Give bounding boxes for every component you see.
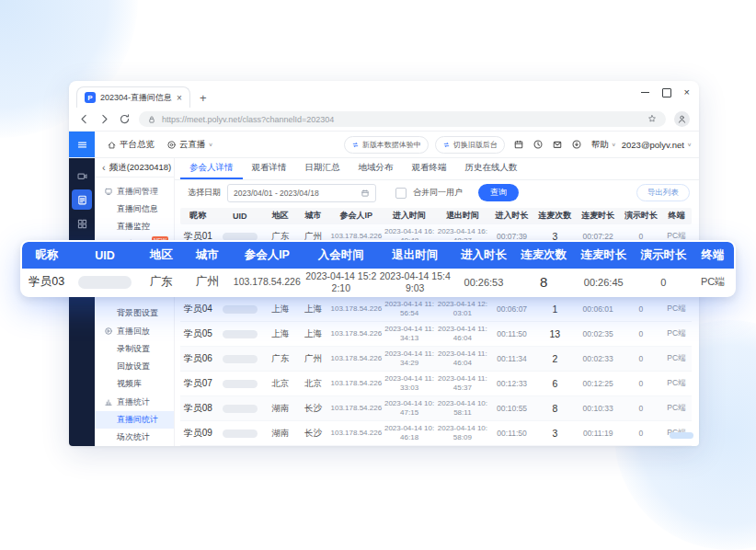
redacted-uid-pill [78, 276, 132, 289]
download-icon[interactable] [571, 139, 582, 150]
tab-参会人详情[interactable]: 参会人详情 [180, 158, 243, 179]
profile-avatar[interactable] [674, 111, 690, 127]
overlay-cell-ip: 103.178.54.226 [230, 276, 304, 288]
cell-dur: 0 [621, 329, 661, 338]
redacted-uid-pill [223, 405, 258, 413]
tab-日期汇总[interactable]: 日期汇总 [296, 158, 349, 179]
menu-button[interactable] [69, 132, 95, 157]
column-header: 进入时长 [489, 210, 535, 222]
scrollbar-thumb[interactable] [670, 432, 693, 439]
cell-uid [216, 380, 264, 388]
cloud-live-icon [166, 140, 177, 150]
cell-ip: 103.178.54.226 [329, 379, 383, 388]
channel-back-button[interactable]: ‹ 频道(20230418) [95, 158, 174, 178]
cell-dur: 00:12:25 [575, 379, 621, 388]
sidebar-section: 直播回放 [95, 322, 174, 340]
cell-time: 2023-04-14 12:03:01 [436, 300, 489, 318]
message-icon[interactable] [552, 139, 563, 150]
overlay-column-header: 演示时长 [636, 247, 692, 263]
cell-nick: 学员06 [180, 352, 216, 365]
cell-uid [216, 430, 264, 438]
cell-loc: 广东 [264, 353, 297, 365]
tab-地域分布[interactable]: 地域分布 [349, 158, 403, 179]
cell-cnt: 2 [534, 353, 575, 364]
overlay-cell-time: 2023-04-14 15:22:10 [304, 270, 378, 293]
cell-cnt: 6 [534, 378, 575, 389]
minimize-button[interactable] [641, 92, 649, 93]
sidebar-item[interactable]: 背景图设置 [95, 304, 174, 322]
forward-icon[interactable] [98, 113, 110, 125]
sidebar-item[interactable]: 回放设置 [95, 358, 174, 375]
overlay-cell-cnt: 8 [515, 274, 571, 290]
query-button[interactable]: 查询 [478, 184, 519, 201]
column-header: 昵称 [180, 210, 216, 222]
home-icon [107, 140, 117, 150]
sidebar-item[interactable]: 直播间信息 [95, 201, 174, 218]
cell-dur: 00:11:50 [489, 329, 535, 338]
detail-tabs: 参会人详情观看详情日期汇总地域分布观看终端历史在线人数 [175, 158, 699, 180]
overlay-cell-loc: 广东 [138, 274, 184, 290]
overlay-column-header: 退出时间 [378, 247, 452, 263]
cell-dur: 00:12:33 [489, 379, 535, 388]
back-icon[interactable] [78, 113, 90, 125]
help-menu[interactable]: 帮助∨ [591, 139, 616, 151]
overlay-cell-dur: 0 [636, 277, 692, 288]
column-header: 终端 [661, 210, 692, 222]
table-row: 学员08湖南长沙103.178.54.2262023-04-14 10:47:1… [180, 396, 692, 421]
document-list-icon[interactable] [72, 189, 92, 210]
browser-tab[interactable]: P 202304-直播间信息 × [76, 86, 190, 108]
icon-rail [69, 158, 95, 446]
cell-ip: 103.178.54.226 [329, 354, 383, 363]
cell-time: 2023-04-14 11:45:37 [436, 374, 489, 393]
video-camera-icon[interactable] [72, 166, 92, 186]
cell-dur: 0 [621, 354, 661, 363]
cell-term: PC端 [661, 378, 692, 389]
column-header: 连麦次数 [534, 210, 575, 222]
date-range-input[interactable]: 2023/04/01 - 2023/04/18 [227, 184, 376, 202]
tab-历史在线人数[interactable]: 历史在线人数 [456, 158, 527, 179]
sidebar-item[interactable]: 直播间统计 [95, 411, 174, 429]
reload-icon[interactable] [119, 113, 131, 125]
new-version-pill[interactable]: 新版本数据体验中 [344, 136, 429, 154]
cell-time: 2023-04-14 10:58:11 [436, 399, 489, 418]
table-row: 学员06广东广州103.178.54.2262023-04-14 11:34:2… [180, 347, 692, 372]
cell-dur: 00:11:50 [489, 429, 535, 438]
nav-cloud-live[interactable]: 云直播∨ [166, 139, 213, 151]
cell-loc: 湖南 [264, 428, 297, 440]
table-row: 学员09湖南长沙103.178.54.2262023-04-14 10:46:1… [180, 421, 692, 446]
overlay-cell-nick: 学员03 [22, 274, 72, 290]
bookmark-star-icon[interactable] [647, 114, 658, 124]
column-header: 进入时间 [383, 210, 436, 222]
overlay-header-row: 昵称UID地区城市参会人IP入会时间退出时间进入时长连麦次数连麦时长演示时长终端 [22, 242, 734, 269]
column-header: 城市 [297, 210, 330, 222]
cell-dur: 00:02:33 [575, 354, 621, 363]
nav-platform-overview[interactable]: 平台总览 [107, 139, 155, 151]
tab-观看终端[interactable]: 观看终端 [403, 158, 456, 179]
cell-cnt: 3 [534, 428, 575, 439]
sidebar-item[interactable]: 直播监控 [95, 218, 174, 235]
sidebar-item[interactable]: 场次统计 [95, 429, 174, 446]
filter-bar: 选择日期 2023/04/01 - 2023/04/18 合并同一用户 查询 导… [175, 180, 699, 206]
overlay-column-header: 连麦次数 [515, 247, 571, 263]
export-button[interactable]: 导出列表 [636, 184, 690, 201]
cell-dur: 0 [621, 404, 661, 413]
address-bar[interactable]: https://meet.polyv.net/class?channelId=2… [139, 111, 666, 127]
tab-title: 202304-直播间信息 [100, 92, 172, 104]
cell-time: 2023-04-14 11:33:03 [383, 374, 436, 393]
grid-icon[interactable] [72, 213, 92, 234]
redacted-uid-pill [223, 305, 258, 314]
tab-观看详情[interactable]: 观看详情 [243, 158, 296, 179]
merge-user-checkbox[interactable] [395, 188, 407, 199]
account-menu[interactable]: 2023@polyv.net∨ [622, 140, 692, 150]
maximize-button[interactable] [662, 88, 671, 97]
calendar-icon[interactable] [513, 139, 524, 150]
tab-close-icon[interactable]: × [177, 93, 182, 103]
new-tab-button[interactable]: + [200, 89, 207, 108]
switch-old-version-pill[interactable]: 切换旧版后台 [435, 136, 505, 154]
table-header-row: 昵称UID地区城市参会人IP进入时间退出时间进入时长连麦次数连麦时长演示时长终端 [180, 208, 692, 224]
sidebar-item[interactable]: 录制设置 [95, 340, 174, 358]
close-button[interactable]: × [684, 87, 690, 97]
sidebar-item[interactable]: 视频库 [95, 375, 174, 393]
cell-ip: 103.178.54.226 [329, 429, 383, 438]
history-clock-icon[interactable] [533, 139, 544, 150]
